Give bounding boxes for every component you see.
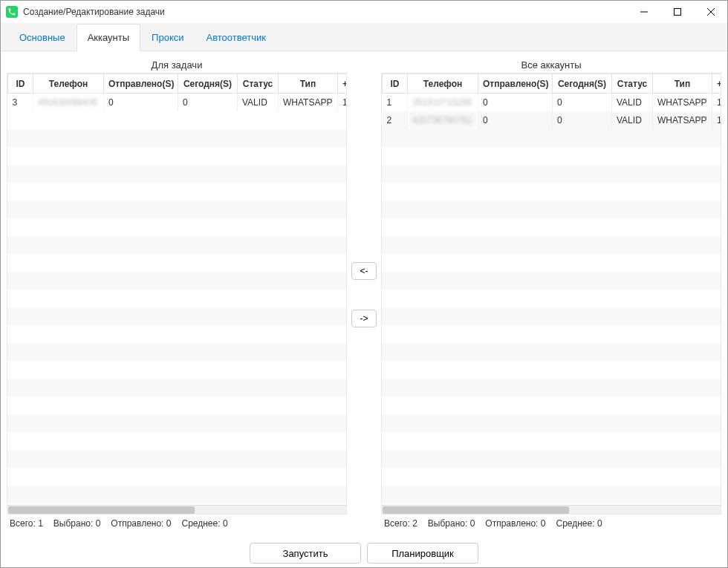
tab-main[interactable]: Основные [8, 24, 77, 51]
right-scrollbar[interactable] [382, 505, 721, 514]
footer: Запустить Планировщик [1, 538, 727, 568]
start-button[interactable]: Запустить [250, 543, 361, 564]
move-left-button[interactable]: <- [351, 262, 377, 280]
close-button[interactable] [694, 1, 727, 23]
table-row[interactable]: 349163008843600VALIDWHATSAPP16 [8, 94, 348, 111]
cell-phone: 351910715296 [408, 94, 478, 111]
col-id[interactable]: ID [383, 74, 408, 94]
tab-autoresponder[interactable]: Автоответчик [195, 24, 277, 51]
left-scrollbar[interactable] [7, 505, 346, 514]
col-sent[interactable]: Отправлено(S) [104, 74, 178, 94]
col-plus[interactable]: + [338, 74, 348, 94]
right-grid[interactable]: ID Телефон Отправлено(S) Сегодня(S) Стат… [381, 73, 721, 515]
cell-status: VALID [612, 111, 653, 129]
tabs: Основные Аккаунты Прокси Автоответчик [1, 23, 727, 51]
right-status: Всего: 2 Выбрано: 0 Отправлено: 0 Средне… [381, 515, 721, 532]
content: Для задачи ID Телефон Отправлено(S) Сего… [1, 51, 727, 538]
cell-today: 0 [553, 111, 612, 129]
col-id[interactable]: ID [8, 74, 33, 94]
cell-today: 0 [553, 94, 612, 111]
cell-sent: 0 [478, 94, 553, 111]
cell-status: VALID [612, 94, 653, 111]
left-panel: Для задачи ID Телефон Отправлено(S) Сего… [7, 57, 347, 532]
left-panel-title: Для задачи [7, 57, 347, 73]
cell-extra: 16 [338, 94, 348, 111]
svg-rect-1 [674, 9, 680, 16]
window-title: Создание/Редактирование задачи [23, 7, 627, 17]
cell-phone: 420736780791 [408, 111, 478, 129]
table-row[interactable]: 135191071529600VALIDWHATSAPP16 [383, 94, 722, 111]
tab-accounts[interactable]: Аккаунты [77, 24, 140, 51]
cell-type: WHATSAPP [279, 94, 338, 111]
cell-id: 3 [8, 94, 33, 111]
cell-id: 1 [383, 94, 408, 111]
col-status[interactable]: Статус [612, 74, 653, 94]
maximize-button[interactable] [660, 1, 694, 23]
cell-status: VALID [238, 94, 279, 111]
cell-extra: 16 [712, 111, 722, 129]
table-row[interactable]: 242073678079100VALIDWHATSAPP16 [383, 111, 722, 129]
col-type[interactable]: Тип [653, 74, 712, 94]
minimize-button[interactable] [627, 1, 660, 23]
titlebar: Создание/Редактирование задачи [1, 1, 727, 23]
cell-type: WHATSAPP [653, 94, 712, 111]
window-controls [627, 1, 727, 23]
table-header-row: ID Телефон Отправлено(S) Сегодня(S) Стат… [383, 74, 722, 94]
col-sent[interactable]: Отправлено(S) [478, 74, 553, 94]
cell-sent: 0 [478, 111, 553, 129]
app-icon [6, 6, 18, 18]
cell-phone: 491630088436 [33, 94, 104, 111]
col-type[interactable]: Тип [279, 74, 338, 94]
col-phone[interactable]: Телефон [408, 74, 478, 94]
col-today[interactable]: Сегодня(S) [178, 74, 238, 94]
cell-extra: 16 [712, 94, 722, 111]
right-panel: Все аккаунты ID Телефон Отправлено(S) Се… [381, 57, 721, 532]
cell-sent: 0 [104, 94, 178, 111]
transfer-controls: <- -> [347, 57, 381, 532]
cell-today: 0 [178, 94, 238, 111]
scheduler-button[interactable]: Планировщик [367, 543, 478, 564]
move-right-button[interactable]: -> [351, 310, 377, 327]
col-plus[interactable]: + [712, 74, 722, 94]
col-today[interactable]: Сегодня(S) [553, 74, 612, 94]
cell-type: WHATSAPP [653, 111, 712, 129]
col-status[interactable]: Статус [238, 74, 279, 94]
col-phone[interactable]: Телефон [33, 74, 104, 94]
cell-id: 2 [383, 111, 408, 129]
left-status: Всего: 1 Выбрано: 0 Отправлено: 0 Средне… [7, 515, 347, 532]
table-header-row: ID Телефон Отправлено(S) Сегодня(S) Стат… [8, 74, 348, 94]
right-panel-title: Все аккаунты [381, 57, 721, 73]
left-grid[interactable]: ID Телефон Отправлено(S) Сегодня(S) Стат… [7, 73, 347, 515]
tab-proxy[interactable]: Прокси [140, 24, 195, 51]
